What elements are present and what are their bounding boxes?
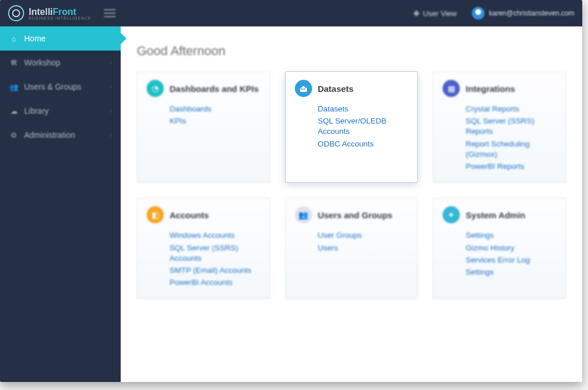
card-system-admin: ✦ System Admin Settings Gizmo History Se… — [433, 198, 566, 299]
link-settings[interactable]: Settings — [466, 230, 556, 241]
menu-toggle-icon[interactable] — [104, 9, 116, 17]
datasets-icon — [295, 80, 312, 97]
arrows-icon: ✥ — [413, 9, 420, 18]
card-title: Datasets — [318, 84, 354, 94]
page-greeting: Good Afternoon — [137, 44, 566, 59]
card-title: Integrations — [466, 84, 515, 94]
topbar: IntelliFront BUSINESS INTELLIGENCE ✥ Use… — [0, 0, 582, 26]
user-view-label: User View — [423, 9, 457, 18]
svg-rect-3 — [304, 88, 305, 90]
link-users[interactable]: Users — [318, 243, 409, 253]
link-sqlserver-oledb-accounts[interactable]: SQL Server/OLEDB Accounts — [318, 116, 409, 137]
main-content: Good Afternoon ◔ Dashboards and KPIs Das… — [121, 26, 582, 382]
link-kpis[interactable]: KPIs — [170, 116, 260, 126]
avatar-icon — [472, 7, 485, 20]
user-menu[interactable]: karen@christiansteven.com — [472, 7, 574, 20]
link-services-error-log[interactable]: Services Error Log — [466, 255, 556, 265]
sidebar-item-label: Home — [24, 34, 45, 43]
svg-rect-2 — [302, 88, 303, 90]
link-crystal-reports[interactable]: Crystal Reports — [466, 104, 556, 114]
users-icon: 👥 — [9, 83, 18, 91]
sidebar-item-label: Administration — [24, 130, 75, 140]
svg-rect-1 — [301, 88, 302, 90]
link-user-groups[interactable]: User Groups — [318, 230, 409, 241]
brand-logo[interactable]: IntelliFront BUSINESS INTELLIGENCE — [8, 5, 91, 21]
card-title: System Admin — [466, 210, 525, 220]
app-window: IntelliFront BUSINESS INTELLIGENCE ✥ Use… — [0, 0, 582, 382]
gear-icon: ⚙ — [9, 131, 18, 140]
card-users-groups: 👥 Users and Groups User Groups Users — [285, 198, 418, 299]
user-email: karen@christiansteven.com — [489, 9, 574, 17]
link-windows-accounts[interactable]: Windows Accounts — [170, 230, 260, 241]
link-settings-2[interactable]: Settings — [466, 267, 556, 277]
home-icon: ⌂ — [9, 34, 18, 43]
user-view-toggle[interactable]: ✥ User View — [413, 9, 457, 18]
card-title: Dashboards and KPIs — [170, 84, 259, 94]
chevron-left-icon: ‹ — [110, 84, 112, 90]
brand-subtitle: BUSINESS INTELLIGENCE — [29, 16, 91, 20]
link-powerbi-accounts[interactable]: PowerBI Accounts — [170, 277, 260, 288]
dashboard-icon: ◔ — [147, 80, 164, 97]
system-admin-icon: ✦ — [443, 206, 460, 223]
chevron-left-icon: ‹ — [110, 132, 112, 138]
users-groups-icon: 👥 — [295, 206, 312, 223]
link-ssrs-accounts[interactable]: SQL Server (SSRS) Accounts — [170, 243, 260, 264]
card-datasets: Datasets Datasets SQL Server/OLEDB Accou… — [285, 71, 418, 183]
card-title: Accounts — [170, 210, 209, 220]
link-odbc-accounts[interactable]: ODBC Accounts — [318, 139, 409, 149]
sidebar-item-users-groups[interactable]: 👥 Users & Groups ‹ — [0, 75, 121, 99]
integrations-icon: ▦ — [443, 80, 460, 97]
chevron-left-icon: ‹ — [110, 108, 112, 114]
wrench-icon: 🛠 — [9, 59, 18, 67]
card-title: Users and Groups — [318, 210, 393, 220]
accounts-icon: ◧ — [147, 206, 164, 223]
sidebar: ⌂ Home 🛠 Workshop ‹ 👥 Users & Groups ‹ ☁… — [0, 26, 121, 382]
link-smtp-accounts[interactable]: SMTP (Email) Accounts — [170, 265, 260, 276]
sidebar-item-label: Users & Groups — [24, 82, 82, 91]
sidebar-item-label: Workshop — [24, 58, 60, 67]
link-report-scheduling[interactable]: Report Scheduling (Gizmox) — [466, 139, 556, 160]
link-powerbi-reports[interactable]: PowerBI Reports — [466, 161, 556, 172]
sidebar-item-label: Library — [24, 106, 49, 115]
sidebar-item-library[interactable]: ☁ Library ‹ — [0, 99, 121, 123]
card-accounts: ◧ Accounts Windows Accounts SQL Server (… — [137, 198, 270, 299]
link-datasets[interactable]: Datasets — [318, 104, 409, 114]
link-gizmo-history[interactable]: Gizmo History — [466, 243, 556, 253]
chevron-left-icon: ‹ — [110, 60, 112, 66]
cloud-icon: ☁ — [9, 107, 18, 115]
link-dashboards[interactable]: Dashboards — [170, 104, 260, 114]
card-integrations: ▦ Integrations Crystal Reports SQL Serve… — [433, 71, 566, 183]
sidebar-item-home[interactable]: ⌂ Home — [0, 26, 121, 51]
logo-mark-icon — [8, 5, 24, 21]
sidebar-item-workshop[interactable]: 🛠 Workshop ‹ — [0, 51, 121, 75]
brand-name: IntelliFront — [29, 7, 76, 17]
link-ssrs-reports[interactable]: SQL Server (SSRS) Reports — [466, 116, 556, 137]
card-grid: ◔ Dashboards and KPIs Dashboards KPIs Da… — [137, 71, 566, 299]
card-dashboards-kpis: ◔ Dashboards and KPIs Dashboards KPIs — [137, 71, 270, 183]
sidebar-item-administration[interactable]: ⚙ Administration ‹ — [0, 123, 121, 147]
